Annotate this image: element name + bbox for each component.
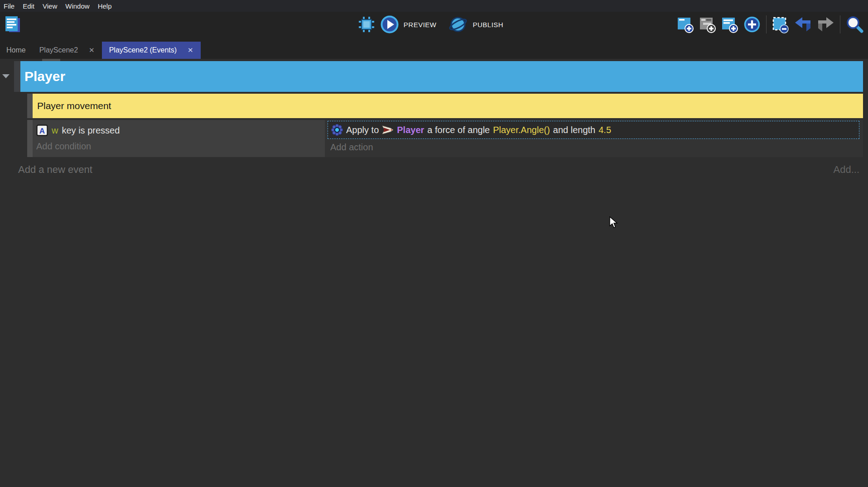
action-text-prefix: Apply to bbox=[346, 125, 379, 135]
remove-selection-icon bbox=[772, 15, 789, 33]
add-event-icon bbox=[676, 15, 694, 33]
event-group-header[interactable]: Player bbox=[20, 61, 863, 92]
add-condition-button[interactable]: Add condition bbox=[36, 139, 321, 153]
actions-column: Apply to Player a force of angle Player.… bbox=[325, 120, 863, 157]
comment-block[interactable]: Player movement bbox=[33, 94, 863, 118]
toolbar: PREVIEW PUBLISH bbox=[0, 12, 868, 37]
add-circle-icon bbox=[743, 15, 761, 33]
add-more-button[interactable]: Add... bbox=[834, 164, 859, 176]
action-length-value: 4.5 bbox=[598, 125, 611, 135]
keyboard-key-icon: A bbox=[36, 124, 48, 136]
search-icon bbox=[845, 15, 863, 33]
action-text-suffix: and length bbox=[553, 125, 595, 135]
publish-label[interactable]: PUBLISH bbox=[473, 21, 503, 29]
comment-row: Player movement bbox=[27, 94, 863, 118]
toolbar-separator bbox=[840, 15, 840, 33]
physics-behavior-icon bbox=[331, 124, 343, 136]
comment-grip[interactable] bbox=[27, 94, 33, 118]
condition-key-pressed[interactable]: A w key is pressed bbox=[36, 123, 321, 138]
add-comment-button[interactable] bbox=[721, 15, 738, 33]
toolbar-separator bbox=[766, 15, 767, 33]
debug-button[interactable] bbox=[357, 15, 376, 33]
action-angle-expression: Player.Angle() bbox=[493, 125, 550, 135]
menu-view[interactable]: View bbox=[43, 2, 57, 10]
event-grip[interactable] bbox=[27, 120, 33, 157]
add-comment-icon bbox=[721, 15, 738, 33]
event-group-grip[interactable] bbox=[14, 61, 20, 92]
add-new-event-button[interactable]: Add a new event bbox=[18, 164, 92, 176]
menu-edit[interactable]: Edit bbox=[23, 2, 34, 10]
undo-button[interactable] bbox=[794, 16, 812, 33]
tab-playscene2[interactable]: PlayScene2 ✕ bbox=[32, 42, 102, 59]
tab-label: PlayScene2 (Events) bbox=[109, 46, 177, 54]
menu-bar: File Edit View Window Help bbox=[0, 0, 868, 12]
event-group-title: Player bbox=[24, 69, 65, 84]
svg-text:A: A bbox=[39, 127, 45, 135]
menu-help[interactable]: Help bbox=[98, 2, 112, 10]
tab-label: Home bbox=[6, 46, 26, 54]
tab-bar: Home PlayScene2 ✕ PlayScene2 (Events) ✕ bbox=[0, 37, 868, 59]
action-text-middle: a force of angle bbox=[427, 125, 490, 135]
globe-icon bbox=[448, 14, 468, 34]
toolbar-right bbox=[676, 12, 863, 37]
play-icon bbox=[380, 15, 399, 34]
menu-window[interactable]: Window bbox=[65, 2, 89, 10]
preview-button[interactable] bbox=[380, 15, 399, 34]
close-icon[interactable]: ✕ bbox=[89, 46, 95, 54]
add-button-icon-wrap[interactable] bbox=[743, 15, 761, 33]
add-event-button[interactable] bbox=[676, 15, 694, 33]
remove-selection-button[interactable] bbox=[772, 15, 789, 33]
condition-key-value: w bbox=[52, 125, 58, 136]
comment-text: Player movement bbox=[37, 100, 111, 111]
redo-button[interactable] bbox=[817, 16, 835, 33]
tab-label: PlayScene2 bbox=[39, 46, 78, 54]
conditions-column: A w key is pressed Add condition bbox=[33, 120, 325, 157]
search-button[interactable] bbox=[845, 15, 863, 33]
menu-file[interactable]: File bbox=[4, 2, 14, 10]
condition-text: key is pressed bbox=[62, 125, 120, 136]
undo-icon bbox=[794, 16, 812, 33]
redo-icon bbox=[817, 16, 835, 33]
tab-home[interactable]: Home bbox=[0, 42, 32, 59]
event-row: A w key is pressed Add condition bbox=[27, 120, 863, 157]
add-subevent-icon bbox=[699, 15, 716, 33]
add-action-button[interactable]: Add action bbox=[330, 140, 859, 154]
tab-playscene2-events[interactable]: PlayScene2 (Events) ✕ bbox=[102, 42, 201, 59]
event-group-row: Player bbox=[14, 61, 863, 92]
debug-chip-icon bbox=[357, 15, 376, 33]
mouse-cursor bbox=[609, 216, 618, 229]
add-subevent-button[interactable] bbox=[699, 15, 716, 33]
preview-label[interactable]: PREVIEW bbox=[404, 21, 437, 29]
chevron-down-icon[interactable] bbox=[2, 74, 10, 78]
player-object-icon bbox=[382, 124, 394, 135]
action-object-name: Player bbox=[397, 125, 424, 135]
publish-button[interactable] bbox=[448, 14, 468, 34]
events-sheet: Player Player movement A w key is presse… bbox=[0, 59, 868, 487]
gdevelop-window: File Edit View Window Help bbox=[0, 0, 868, 487]
close-icon[interactable]: ✕ bbox=[188, 46, 193, 54]
action-apply-force[interactable]: Apply to Player a force of angle Player.… bbox=[328, 121, 859, 139]
